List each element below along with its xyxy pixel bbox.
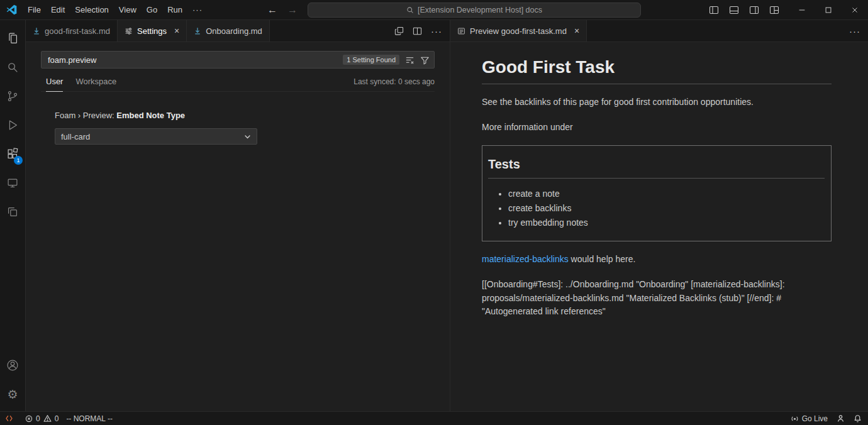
- tab-bar-left: good-first-task.md Settings × Onboardi: [26, 20, 450, 42]
- setting-item: Foam › Preview: Embed Note Type full-car…: [55, 111, 435, 145]
- list-item: create a note: [508, 189, 825, 199]
- chevron-down-icon: [244, 133, 251, 140]
- activity-bar: 1 ⚙: [0, 20, 26, 411]
- split-editor-icon[interactable]: [413, 26, 422, 36]
- markdown-file-icon: [33, 27, 40, 35]
- command-center-text: [Extension Development Host] docs: [418, 6, 542, 14]
- explorer-icon[interactable]: [0, 24, 25, 53]
- more-actions-icon[interactable]: ···: [849, 26, 860, 36]
- search-icon: [406, 6, 414, 14]
- warning-count: 0: [55, 414, 59, 423]
- toggle-secondary-sidebar-icon[interactable]: [746, 2, 762, 18]
- settings-sliders-icon: [125, 27, 133, 35]
- menu-bar: File Edit Selection View Go Run ···: [23, 3, 208, 16]
- tab-bar-right: Preview good-first-task.md × ···: [450, 20, 868, 42]
- menu-run[interactable]: Run: [162, 3, 187, 16]
- dropdown-value: full-card: [61, 132, 90, 141]
- setting-name: Embed Note Type: [116, 111, 185, 120]
- settings-scope-tabs: User Workspace Last synced: 0 secs ago: [41, 77, 435, 92]
- clear-search-results-icon[interactable]: [405, 55, 415, 65]
- markdown-file-icon: [194, 27, 201, 35]
- go-live-button[interactable]: Go Live: [791, 414, 828, 423]
- close-tab-icon[interactable]: ×: [174, 26, 179, 35]
- history-navigation: ← →: [267, 4, 298, 16]
- problems-indicator[interactable]: 0 0: [25, 414, 58, 423]
- error-icon: [25, 415, 33, 422]
- sync-status-text: Last synced: 0 secs ago: [353, 77, 435, 91]
- menu-go[interactable]: Go: [142, 3, 162, 16]
- notifications-bell-icon[interactable]: [854, 414, 862, 422]
- menu-edit[interactable]: Edit: [46, 3, 70, 16]
- editor-group-right: Preview good-first-task.md × ··· Good Fi…: [450, 20, 868, 411]
- command-center-search[interactable]: [Extension Development Host] docs: [308, 3, 641, 18]
- settings-search-box: 1 Setting Found: [41, 51, 435, 69]
- settings-editor: 1 Setting Found User Workspace Last sync…: [26, 42, 450, 411]
- filter-settings-icon[interactable]: [420, 55, 430, 65]
- vim-mode-indicator: -- NORMAL --: [66, 414, 113, 423]
- embedded-note-list: create a note create backlinks try embed…: [488, 189, 825, 228]
- link-tail-text: would help here.: [569, 254, 636, 264]
- vscode-logo-icon: [0, 4, 23, 15]
- settings-gear-icon[interactable]: ⚙: [0, 380, 25, 409]
- menu-overflow-icon[interactable]: ···: [187, 3, 208, 16]
- preview-more-info-paragraph: More information under: [482, 121, 832, 135]
- settings-result-count-badge: 1 Setting Found: [343, 55, 399, 65]
- embed-note-type-dropdown[interactable]: full-card: [55, 128, 257, 145]
- list-item: create backlinks: [508, 203, 825, 213]
- title-bar-controls: [706, 0, 868, 20]
- more-actions-icon[interactable]: ···: [431, 26, 442, 36]
- editor-group-left: good-first-task.md Settings × Onboardi: [26, 20, 450, 411]
- maximize-button[interactable]: [815, 0, 842, 20]
- setting-title: Foam › Preview: Embed Note Type: [55, 111, 435, 120]
- search-sidebar-icon[interactable]: [0, 53, 25, 82]
- status-bar: 0 0 -- NORMAL -- Go Live: [0, 411, 868, 425]
- scope-tab-workspace[interactable]: Workspace: [75, 77, 116, 92]
- run-debug-icon[interactable]: [0, 111, 25, 140]
- menu-selection[interactable]: Selection: [70, 3, 113, 16]
- scope-tab-user[interactable]: User: [46, 77, 63, 92]
- error-count: 0: [36, 414, 40, 423]
- embedded-note-heading: Tests: [488, 157, 825, 179]
- tab-preview-good-first-task[interactable]: Preview good-first-task.md ×: [450, 20, 587, 41]
- open-preview-icon[interactable]: [394, 26, 404, 36]
- link-references-paragraph: [[Onboarding#Tests]: ../Onboarding.md "O…: [482, 278, 832, 319]
- menu-view[interactable]: View: [114, 3, 142, 16]
- editor-actions-left: ···: [387, 20, 450, 41]
- editor-actions-right: ···: [842, 20, 868, 41]
- materialized-backlinks-link[interactable]: materialized-backlinks: [482, 254, 569, 264]
- tab-onboarding[interactable]: Onboarding.md: [187, 20, 270, 41]
- go-forward-icon[interactable]: →: [287, 4, 298, 16]
- toggle-panel-icon[interactable]: [726, 2, 742, 18]
- close-window-button[interactable]: [842, 0, 868, 20]
- link-paragraph: materialized-backlinks would help here.: [482, 253, 832, 267]
- embedded-note-card: Tests create a note create backlinks try…: [482, 145, 832, 241]
- setting-category: Foam › Preview:: [55, 111, 116, 120]
- go-back-icon[interactable]: ←: [267, 4, 277, 16]
- settings-search-input[interactable]: [46, 55, 343, 65]
- feedback-icon[interactable]: [837, 414, 845, 422]
- close-tab-icon[interactable]: ×: [574, 26, 579, 35]
- tab-label: Settings: [137, 26, 167, 36]
- customize-layout-icon[interactable]: [766, 2, 782, 18]
- markdown-preview: Good First Task See the backlinks of thi…: [450, 42, 868, 411]
- source-control-icon[interactable]: [0, 82, 25, 111]
- preview-title: Good First Task: [482, 57, 832, 84]
- extensions-icon[interactable]: 1: [0, 140, 25, 168]
- tab-settings[interactable]: Settings ×: [118, 20, 187, 41]
- extensions-badge: 1: [14, 156, 23, 165]
- remote-explorer-icon[interactable]: [0, 168, 25, 197]
- vscode-window: File Edit Selection View Go Run ··· ← → …: [0, 0, 868, 425]
- editor-layouts-icon[interactable]: [0, 197, 25, 226]
- warning-icon: [43, 414, 52, 422]
- markdown-preview-icon: [457, 27, 465, 35]
- tab-good-first-task[interactable]: good-first-task.md: [26, 20, 118, 41]
- tab-label: good-first-task.md: [45, 26, 110, 36]
- remote-indicator-icon[interactable]: [0, 412, 18, 425]
- menu-file[interactable]: File: [23, 3, 46, 16]
- toggle-primary-sidebar-icon[interactable]: [706, 2, 722, 18]
- minimize-button[interactable]: [789, 0, 815, 20]
- tab-label: Preview good-first-task.md: [470, 26, 567, 36]
- accounts-icon[interactable]: [0, 351, 25, 380]
- broadcast-icon: [791, 414, 799, 422]
- title-bar: File Edit Selection View Go Run ··· ← → …: [0, 0, 868, 20]
